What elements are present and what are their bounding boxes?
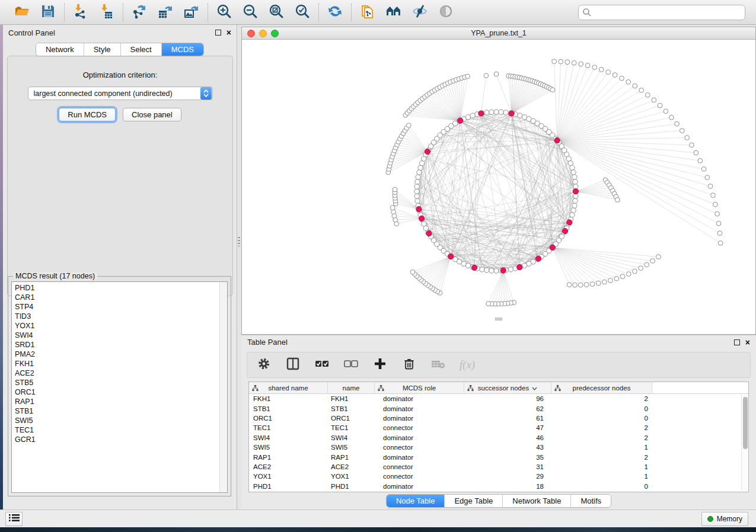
network-leaf-node[interactable] <box>579 62 583 66</box>
table-splitter-grip[interactable] <box>495 318 502 321</box>
tab-motifs[interactable]: Motifs <box>571 495 611 507</box>
criterion-select[interactable]: largest connected component (undirected) <box>28 86 213 100</box>
network-leaf-node[interactable] <box>650 259 655 264</box>
network-node[interactable] <box>489 268 494 273</box>
network-leaf-node[interactable] <box>680 129 684 133</box>
network-leaf-node[interactable] <box>486 302 491 306</box>
network-node[interactable] <box>417 170 422 175</box>
network-node[interactable] <box>571 208 576 213</box>
network-hub-node[interactable] <box>448 254 454 259</box>
network-leaf-node[interactable] <box>705 175 710 180</box>
network-node[interactable] <box>499 110 503 114</box>
table-row[interactable]: FKH1FKH1dominator962 <box>249 394 748 403</box>
mcds-result-item[interactable]: GCR1 <box>12 435 219 444</box>
mcds-result-item[interactable]: RAP1 <box>12 397 219 406</box>
network-leaf-node[interactable] <box>708 184 713 189</box>
network-node[interactable] <box>470 113 475 118</box>
network-node[interactable] <box>414 194 419 198</box>
mcds-result-item[interactable]: PMA2 <box>12 350 219 359</box>
network-node[interactable] <box>571 170 576 175</box>
select-all-button[interactable] <box>315 358 329 372</box>
mcds-result-item[interactable]: CAR1 <box>12 293 219 302</box>
table-scrollbar-thumb[interactable] <box>743 397 748 449</box>
network-leaf-node[interactable] <box>656 255 661 259</box>
network-hub-node[interactable] <box>458 118 463 123</box>
column-header-successor-nodes[interactable]: successor nodes <box>464 382 551 393</box>
delete-button[interactable] <box>402 358 416 372</box>
network-leaf-node[interactable] <box>633 269 637 274</box>
network-leaf-node[interactable] <box>567 283 572 287</box>
export-image-button[interactable] <box>183 4 200 21</box>
table-row[interactable]: SWI5SWI5connector431 <box>249 443 748 452</box>
network-hub-node[interactable] <box>535 256 541 261</box>
mcds-result-item[interactable]: ORC1 <box>12 387 219 397</box>
network-leaf-node[interactable] <box>393 187 397 192</box>
network-hub-node[interactable] <box>550 245 555 250</box>
table-row[interactable]: YOX1YOX1connector291 <box>249 472 748 481</box>
network-leaf-node[interactable] <box>465 74 470 79</box>
network-leaf-node[interactable] <box>614 276 619 281</box>
network-leaf-node[interactable] <box>602 280 607 284</box>
network-leaf-node[interactable] <box>639 266 643 271</box>
network-node[interactable] <box>572 175 577 180</box>
network-leaf-node[interactable] <box>716 221 721 226</box>
network-leaf-node[interactable] <box>715 211 720 216</box>
network-leaf-node[interactable] <box>615 197 620 202</box>
network-leaf-node[interactable] <box>711 193 716 198</box>
network-leaf-node[interactable] <box>675 121 680 126</box>
network-leaf-node[interactable] <box>639 88 644 93</box>
network-leaf-node[interactable] <box>626 79 631 84</box>
open-file-button[interactable] <box>13 4 31 21</box>
close-panel-icon[interactable]: × <box>227 30 231 36</box>
zoom-fit-button[interactable] <box>267 4 285 21</box>
network-leaf-node[interactable] <box>620 274 625 279</box>
network-leaf-node[interactable] <box>590 282 595 287</box>
network-leaf-node[interactable] <box>633 84 637 88</box>
network-leaf-node[interactable] <box>559 59 563 64</box>
network-leaf-node[interactable] <box>620 76 624 81</box>
mcds-result-item[interactable]: YOX1 <box>12 321 219 331</box>
network-leaf-node[interactable] <box>694 150 698 155</box>
table-row[interactable]: ORC1ORC1dominator610 <box>249 414 748 423</box>
run-mcds-button[interactable]: Run MCDS <box>59 108 116 121</box>
tab-network[interactable]: Network <box>36 43 84 56</box>
network-leaf-node[interactable] <box>406 123 411 128</box>
network-leaf-node[interactable] <box>606 70 611 75</box>
network-leaf-node[interactable] <box>410 270 415 274</box>
network-hub-node[interactable] <box>479 111 484 116</box>
close-panel-button[interactable]: Close panel <box>123 108 181 121</box>
tab-style[interactable]: Style <box>84 43 121 56</box>
tab-edge-table[interactable]: Edge Table <box>445 495 503 507</box>
close-table-panel-icon[interactable]: × <box>745 339 750 345</box>
mcds-result-item[interactable]: SRD1 <box>12 340 219 350</box>
panel-splitter-grip[interactable] <box>238 237 240 246</box>
network-canvas[interactable] <box>242 40 755 334</box>
float-table-panel-icon[interactable] <box>734 339 740 345</box>
mcds-result-item[interactable]: PHD1 <box>12 283 219 293</box>
mcds-result-item[interactable]: FKH1 <box>12 359 219 368</box>
import-network-button[interactable] <box>72 4 90 21</box>
float-panel-icon[interactable] <box>215 30 221 36</box>
network-leaf-node[interactable] <box>669 115 674 120</box>
network-leaf-node[interactable] <box>390 206 395 210</box>
column-header-shared-name[interactable]: shared name <box>249 382 328 393</box>
mcds-result-item[interactable]: STP4 <box>12 302 219 312</box>
network-hub-node[interactable] <box>562 228 567 233</box>
network-hub-node[interactable] <box>509 111 514 116</box>
network-leaf-node[interactable] <box>717 231 722 236</box>
network-node[interactable] <box>573 194 578 198</box>
network-node[interactable] <box>573 180 578 184</box>
network-window-titlebar[interactable]: YPA_prune.txt_1 <box>242 27 755 40</box>
network-node[interactable] <box>415 198 420 203</box>
network-leaf-node[interactable] <box>572 60 576 65</box>
network-leaf-node[interactable] <box>652 98 656 102</box>
table-row[interactable]: PHD1PHD1dominator180 <box>249 482 748 491</box>
network-hub-node[interactable] <box>419 216 425 221</box>
network-leaf-node[interactable] <box>552 59 557 64</box>
network-leaf-node[interactable] <box>592 65 597 70</box>
network-leaf-node[interactable] <box>550 88 555 92</box>
mcds-list-scrollbar[interactable] <box>219 282 227 492</box>
network-hub-node[interactable] <box>500 268 506 273</box>
network-node[interactable] <box>573 184 578 189</box>
column-header-name[interactable]: name <box>328 382 375 393</box>
